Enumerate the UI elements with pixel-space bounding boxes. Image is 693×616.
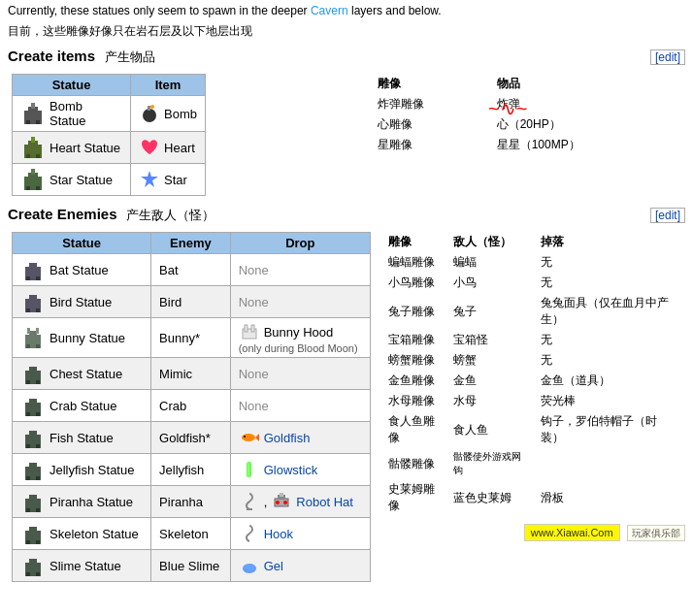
svg-point-49	[244, 436, 246, 438]
svg-rect-30	[36, 344, 40, 348]
table-row: 蝙蝠雕像 蝙蝠 无	[382, 252, 685, 273]
star-item-label: Star	[164, 173, 187, 187]
svg-rect-73	[36, 572, 40, 576]
create-items-header: Create items 产生物品 [edit]	[0, 44, 693, 70]
skeleton-statue-icon	[20, 521, 46, 546]
table-row: 雕像 敌人（怪） 掉落	[382, 232, 685, 252]
svg-rect-53	[36, 476, 40, 480]
table-row: Skeleton Statue Skeleton Hook	[13, 518, 371, 550]
gel-label: Gel	[264, 559, 283, 573]
fish-statue-icon	[20, 425, 46, 450]
goldfish-icon	[239, 427, 260, 448]
hook-piranha-label: ,	[264, 495, 268, 509]
robot-hat-label: Robot Hat	[296, 495, 353, 509]
svg-rect-11	[26, 154, 30, 158]
create-enemies-left: Statue Enemy Drop	[0, 228, 375, 586]
svg-rect-31	[27, 328, 30, 334]
svg-rect-4	[36, 120, 40, 124]
svg-rect-26	[36, 308, 40, 312]
piranha-statue-icon	[20, 489, 46, 514]
skeleton-statue-label: Skeleton Statue	[50, 527, 139, 541]
enemies-col-statue: Statue	[13, 233, 151, 254]
svg-rect-25	[26, 308, 30, 312]
bomb-statue-label: Bomb Statue	[50, 99, 122, 128]
bomb-item-label: Bomb	[164, 107, 197, 121]
table-row: 心雕像 心（20HP）	[372, 114, 685, 135]
watermark-area: www.Xiawai.Com 玩家俱乐部	[382, 526, 685, 540]
cavern-link[interactable]: Cavern	[311, 4, 348, 17]
svg-rect-71	[29, 559, 37, 565]
svg-rect-17	[36, 186, 40, 190]
svg-rect-21	[26, 276, 30, 280]
heart-item-label: Heart	[164, 141, 195, 155]
goldfish-label: Goldfish	[264, 431, 311, 445]
svg-rect-69	[36, 540, 40, 544]
table-row: Slime Statue Blue Slime Gel	[13, 550, 371, 582]
watermark-text: www.Xiawai.Com	[524, 524, 620, 541]
svg-point-64	[276, 501, 280, 504]
table-row: 金鱼雕像 金鱼 金鱼（道具）	[382, 371, 685, 391]
create-enemies-title: Create Enemies	[8, 206, 117, 222]
heart-statue-label: Heart Statue	[50, 141, 120, 155]
svg-rect-15	[31, 169, 35, 175]
bat-statue-label: Bat Statue	[50, 263, 109, 277]
heart-item-icon	[139, 137, 160, 158]
glowstick-label: Glowstick	[264, 463, 318, 477]
create-items-right: 雕像 物品 炸弹雕像 炸弹 心雕像 心（20HP） 星雕像 星星（100MP） …	[364, 70, 693, 200]
table-row: Fish Statue Goldfish* Gol	[13, 422, 371, 454]
table-row: 水母雕像 水母 荧光棒	[382, 391, 685, 411]
table-row: Bomb Statue Bomb	[13, 96, 206, 132]
svg-rect-72	[26, 572, 30, 576]
svg-point-5	[143, 109, 156, 122]
svg-rect-10	[31, 137, 35, 143]
gel-icon	[239, 555, 260, 576]
svg-rect-58	[26, 508, 30, 512]
create-enemies-edit[interactable]: [edit]	[650, 208, 685, 223]
items-table: Statue Item	[12, 74, 206, 196]
svg-rect-35	[251, 325, 254, 332]
crab-statue-icon	[20, 393, 46, 418]
enemies-right-table: 雕像 敌人（怪） 掉落 蝙蝠雕像 蝙蝠 无 小鸟雕像 小鸟 无 兔子雕像 兔子	[382, 232, 685, 516]
svg-rect-39	[36, 380, 40, 384]
svg-rect-42	[26, 412, 30, 416]
table-row: Piranha Statue Piranha ,	[13, 486, 371, 518]
items-col-statue: Statue	[13, 75, 131, 96]
svg-rect-24	[29, 295, 37, 301]
glowstick-icon	[239, 459, 260, 480]
svg-rect-45	[29, 431, 37, 437]
svg-rect-52	[26, 476, 30, 480]
create-items-title: Create items	[8, 48, 95, 64]
svg-rect-6	[148, 106, 150, 111]
jellyfish-statue-icon	[20, 457, 46, 482]
hook-icon	[239, 491, 260, 512]
bunny-hood-label: Bunny Hood	[264, 325, 334, 340]
svg-rect-16	[26, 186, 30, 190]
create-items-left: Statue Item	[0, 70, 364, 200]
svg-rect-22	[36, 276, 40, 280]
svg-rect-57	[29, 495, 37, 501]
svg-rect-67	[29, 527, 37, 533]
svg-rect-3	[26, 120, 30, 124]
chest-statue-icon	[20, 361, 46, 386]
svg-rect-47	[36, 444, 40, 448]
create-enemies-layout: Statue Enemy Drop	[0, 228, 693, 586]
create-items-edit[interactable]: [edit]	[650, 49, 685, 65]
slime-statue-label: Slime Statue	[50, 559, 121, 573]
stamp-text: 玩家俱乐部	[627, 525, 685, 541]
create-items-layout: Statue Item	[0, 70, 693, 200]
create-enemies-title-cn: 产生敌人（怪）	[126, 208, 214, 222]
slime-statue-icon	[20, 553, 46, 578]
svg-rect-12	[36, 154, 40, 158]
table-row: 宝箱雕像 宝箱怪 无	[382, 330, 685, 350]
crab-statue-label: Crab Statue	[50, 399, 116, 413]
table-row: Star Statue Star	[13, 164, 206, 196]
bunny-hood-note: (only during Blood Moon)	[239, 342, 362, 354]
svg-rect-51	[29, 463, 37, 469]
table-row: 星雕像 星星（100MP）	[372, 135, 685, 155]
intro-text: Currently, these statues only seem to sp…	[0, 0, 693, 19]
svg-rect-68	[26, 540, 30, 544]
table-row: 雕像 物品	[372, 74, 685, 94]
intro-cn: 目前，这些雕像好像只在岩石层及以下地层出现	[0, 19, 693, 42]
enemies-col-drop: Drop	[230, 233, 370, 254]
jellyfish-statue-label: Jellyfish Statue	[50, 463, 134, 477]
